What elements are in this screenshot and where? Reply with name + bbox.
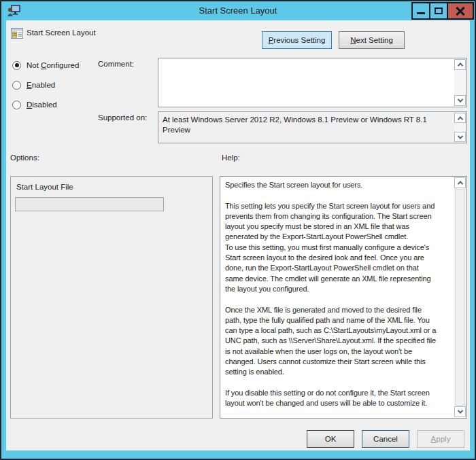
maximize-icon (435, 7, 443, 14)
help-text: Specifies the Start screen layout for us… (225, 180, 454, 409)
titlebar[interactable]: Start Screen Layout (1, 1, 475, 20)
radio-label: Disabled (27, 101, 57, 109)
scroll-up-button[interactable] (454, 177, 466, 188)
dialog-content: Start Screen Layout Previous Setting Nex… (6, 20, 470, 450)
supported-on-value: At least Windows Server 2012 R2, Windows… (163, 115, 452, 135)
setting-name: Start Screen Layout (27, 29, 96, 37)
scroll-down-button[interactable] (454, 406, 466, 417)
radio-circle (12, 81, 21, 90)
radio-not-configured[interactable]: Not Configured (12, 60, 79, 71)
radio-disabled[interactable]: Disabled (12, 99, 57, 110)
start-layout-file-label: Start Layout File (16, 183, 73, 191)
scroll-down-button[interactable] (454, 95, 466, 106)
supported-on-label: Supported on: (98, 113, 147, 122)
chevron-down-icon (457, 408, 462, 413)
window-title: Start Screen Layout (1, 5, 475, 16)
options-panel: Start Layout File (10, 176, 213, 419)
chevron-up-icon (457, 181, 462, 186)
scroll-down-button[interactable] (454, 132, 466, 142)
chevron-up-icon (457, 116, 462, 122)
comment-box (158, 58, 467, 107)
caption-buttons (411, 2, 474, 20)
cancel-button[interactable]: Cancel (362, 430, 409, 448)
radio-circle (12, 101, 21, 109)
next-setting-button[interactable]: Next Setting (339, 31, 405, 49)
apply-button: Apply (417, 430, 464, 448)
scroll-up-button[interactable] (454, 113, 466, 123)
maximize-button[interactable] (429, 2, 448, 20)
close-button[interactable] (447, 2, 474, 20)
help-panel: Specifies the Start screen layout for us… (220, 176, 467, 419)
minimize-button[interactable] (411, 2, 430, 20)
comment-label: Comment: (98, 60, 134, 68)
previous-setting-button[interactable]: Previous Setting (262, 31, 332, 49)
comment-scrollbar[interactable] (454, 59, 466, 106)
radio-enabled[interactable]: Enabled (12, 79, 55, 90)
radio-label: Enabled (27, 81, 55, 89)
chevron-up-icon (457, 63, 462, 68)
supported-on-box: At least Windows Server 2012 R2, Windows… (158, 111, 467, 143)
scrollbar-thumb[interactable] (455, 189, 465, 406)
minimize-icon (417, 12, 425, 14)
options-label: Options: (10, 154, 39, 162)
radio-circle (12, 61, 21, 70)
ok-button[interactable]: OK (307, 430, 354, 448)
chevron-down-icon (457, 96, 462, 102)
policy-setting-icon (11, 28, 23, 39)
comment-input[interactable] (159, 59, 454, 106)
start-layout-file-input (15, 197, 164, 211)
radio-label: Not Configured (27, 61, 79, 69)
scroll-up-button[interactable] (454, 59, 466, 70)
supported-scrollbar[interactable] (454, 113, 466, 142)
help-label: Help: (222, 154, 240, 162)
close-icon (456, 6, 465, 16)
help-scrollbar[interactable] (454, 177, 466, 417)
policy-setting-dialog: Start Screen Layout Start Screen Layout … (0, 0, 476, 460)
chevron-down-icon (457, 133, 462, 139)
